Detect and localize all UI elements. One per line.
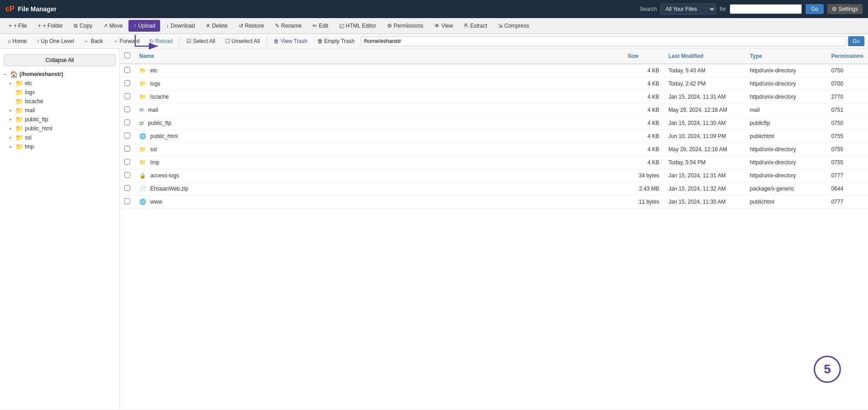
tree-item-logs[interactable]: 📁 logs xyxy=(0,88,119,97)
delete-button[interactable]: ✕ Delete xyxy=(201,20,233,32)
checkbox-icon: ☑ xyxy=(186,38,191,44)
move-button[interactable]: ↗ Move xyxy=(98,20,128,32)
restore-button[interactable]: ↺ Restore xyxy=(234,20,269,32)
top-bar-left: cP File Manager xyxy=(5,5,57,13)
row-name[interactable]: 📁 lscache xyxy=(135,91,623,104)
empty-trash-button[interactable]: 🗑 Empty Trash xyxy=(313,36,359,47)
table-row[interactable]: 📁 etc 4 KB Today, 5:43 AM httpd/unix-dir… xyxy=(120,64,868,77)
compress-button[interactable]: ⇲ Compress xyxy=(493,20,534,32)
tree-item-lscache[interactable]: 📁 lscache xyxy=(0,97,119,106)
row-checkbox-cell[interactable] xyxy=(120,195,135,209)
html-editor-button[interactable]: ◱ HTML Editor xyxy=(334,20,381,32)
row-checkbox[interactable] xyxy=(124,106,130,112)
search-scope-select[interactable]: All Your Files File Names Only File Cont… xyxy=(660,4,716,14)
table-row[interactable]: 📄 EhsaanWeb.zip 2.43 MB Jan 15, 2024, 11… xyxy=(120,182,868,195)
row-checkbox-cell[interactable] xyxy=(120,91,135,104)
row-checkbox-cell[interactable] xyxy=(120,156,135,169)
search-go-button[interactable]: Go xyxy=(806,4,824,14)
header-size[interactable]: Size xyxy=(623,49,664,64)
table-row[interactable]: 📁 ssl 4 KB May 29, 2024, 12:18 AM httpd/… xyxy=(120,143,868,156)
select-all-checkbox[interactable] xyxy=(124,52,130,58)
row-checkbox-cell[interactable] xyxy=(120,143,135,156)
extract-button[interactable]: ⇱ Extract xyxy=(459,20,492,32)
row-name[interactable]: 🌐 public_html xyxy=(135,130,623,143)
row-name[interactable]: ✉ mail xyxy=(135,104,623,117)
tree-item-etc[interactable]: + 📁 etc xyxy=(0,79,119,88)
download-button[interactable]: ↓ Download xyxy=(161,20,199,32)
row-name[interactable]: 🔒 access-logs xyxy=(135,169,623,182)
table-row[interactable]: ✉ mail 4 KB May 29, 2024, 12:18 AM mail … xyxy=(120,104,868,117)
header-type[interactable]: Type xyxy=(745,49,827,64)
row-name[interactable]: 📁 ssl xyxy=(135,143,623,156)
table-row[interactable]: 🌐 www 11 bytes Jan 15, 2024, 11:30 AM pu… xyxy=(120,195,868,209)
view-button[interactable]: 👁 View xyxy=(429,20,458,32)
row-checkbox-cell[interactable] xyxy=(120,104,135,117)
rename-button[interactable]: ✎ Rename xyxy=(270,20,307,32)
path-go-button[interactable]: Go xyxy=(848,36,864,46)
forward-button[interactable]: → Forward xyxy=(109,36,143,47)
row-checkbox[interactable] xyxy=(124,133,130,138)
home-button[interactable]: ⌂ Home xyxy=(4,36,31,47)
table-row[interactable]: 📁 lscache 4 KB Jan 15, 2024, 11:31 AM ht… xyxy=(120,91,868,104)
tree-item-public-html[interactable]: + 📁 public_html xyxy=(0,124,119,133)
table-row[interactable]: 📁 tmp 4 KB Today, 5:54 PM httpd/unix-dir… xyxy=(120,156,868,169)
new-file-button[interactable]: + + File xyxy=(4,20,32,32)
up-one-level-button[interactable]: ↑ Up One Level xyxy=(33,36,78,47)
permissions-button[interactable]: ⚙ Permissions xyxy=(382,20,428,32)
row-checkbox-cell[interactable] xyxy=(120,77,135,91)
row-checkbox-cell[interactable] xyxy=(120,64,135,77)
row-permissions: 0750 xyxy=(827,64,868,77)
tree-item-mail[interactable]: + 📁 mail xyxy=(0,106,119,115)
table-row[interactable]: 🌐 public_html 4 KB Jun 10, 2024, 11:09 P… xyxy=(120,130,868,143)
row-name[interactable]: 📁 etc xyxy=(135,64,623,77)
row-checkbox[interactable] xyxy=(124,119,130,125)
settings-button[interactable]: ⚙ Settings xyxy=(827,4,863,14)
back-button[interactable]: ← Back xyxy=(80,36,107,47)
row-name[interactable]: ⇄ public_ftp xyxy=(135,117,623,130)
row-checkbox-cell[interactable] xyxy=(120,130,135,143)
row-type: publicftp xyxy=(745,117,827,130)
copy-button[interactable]: ⧉ Copy xyxy=(69,20,97,32)
path-input[interactable] xyxy=(360,36,846,46)
back-label: Back xyxy=(91,38,103,44)
header-modified[interactable]: Last Modified xyxy=(664,49,745,64)
row-checkbox[interactable] xyxy=(124,198,130,204)
unselect-all-button[interactable]: ☐ Unselect All xyxy=(221,36,264,47)
row-name[interactable]: 📄 EhsaanWeb.zip xyxy=(135,182,623,195)
view-trash-button[interactable]: 🗑 View Trash xyxy=(270,36,311,47)
header-name[interactable]: Name xyxy=(135,49,623,64)
table-row[interactable]: 🔒 access-logs 34 bytes Jan 15, 2024, 11:… xyxy=(120,169,868,182)
reload-button[interactable]: ↻ Reload xyxy=(145,36,176,47)
row-name[interactable]: 🌐 www xyxy=(135,195,623,209)
tree-root[interactable]: − 🏠 (/home/eshanstr) xyxy=(0,70,119,79)
file-type-icon: 📁 xyxy=(139,94,146,100)
upload-button[interactable]: ↑ Upload xyxy=(128,20,160,32)
row-checkbox[interactable] xyxy=(124,67,130,73)
table-row[interactable]: 📁 logs 4 KB Today, 2:42 PM httpd/unix-di… xyxy=(120,77,868,91)
row-checkbox-cell[interactable] xyxy=(120,117,135,130)
row-checkbox[interactable] xyxy=(124,80,130,86)
table-row[interactable]: ⇄ public_ftp 4 KB Jan 15, 2024, 11:30 AM… xyxy=(120,117,868,130)
row-checkbox[interactable] xyxy=(124,185,130,191)
row-checkbox-cell[interactable] xyxy=(120,182,135,195)
row-name[interactable]: 📁 tmp xyxy=(135,156,623,169)
collapse-all-button[interactable]: Collapse All xyxy=(4,54,116,66)
header-checkbox[interactable] xyxy=(120,49,135,64)
row-checkbox-cell[interactable] xyxy=(120,169,135,182)
file-name: tmp xyxy=(150,159,159,166)
tree-item-tmp[interactable]: + 📁 tmp xyxy=(0,142,119,151)
select-all-button[interactable]: ☑ Select All xyxy=(182,36,219,47)
edit-button[interactable]: ✏ Edit xyxy=(308,20,333,32)
row-checkbox[interactable] xyxy=(124,93,130,99)
row-checkbox[interactable] xyxy=(124,159,130,165)
root-label: (/home/eshanstr) xyxy=(19,71,63,77)
row-name[interactable]: 📁 logs xyxy=(135,77,623,91)
row-checkbox[interactable] xyxy=(124,172,130,178)
new-folder-button[interactable]: + + Folder xyxy=(33,20,68,32)
search-input[interactable] xyxy=(730,4,802,14)
folder-ssl-icon: 📁 xyxy=(15,134,23,141)
header-permissions[interactable]: Permissions xyxy=(827,49,868,64)
tree-item-public-ftp[interactable]: + 📁 public_ftp xyxy=(0,115,119,124)
row-checkbox[interactable] xyxy=(124,146,130,152)
tree-item-ssl[interactable]: + 📁 ssl xyxy=(0,133,119,142)
